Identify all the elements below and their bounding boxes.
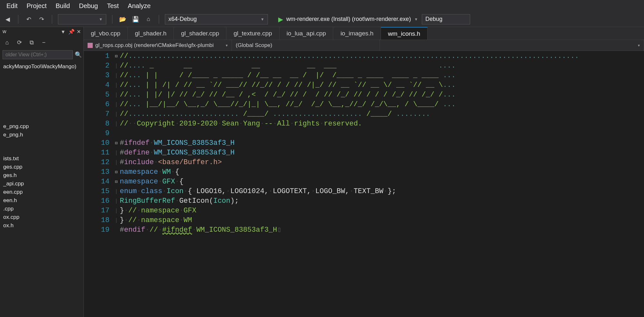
file-tab[interactable]: gl_vbo.cpp: [84, 27, 128, 40]
file-tree: ackyMangoToo\WackyMango) e_png.cpp e_png…: [0, 61, 83, 232]
menu-debug[interactable]: Debug: [79, 2, 98, 10]
chevron-down-icon: ▾: [226, 43, 228, 48]
divider: [159, 15, 159, 24]
toolbar: ◀ ↶ ↷ ▼ 📂 💾 ⌂ x64-Debug ▼ ▶ wm-renderer.…: [0, 12, 644, 27]
tree-item[interactable]: een.h: [0, 196, 83, 205]
tree-item[interactable]: een.cpp: [0, 188, 83, 196]
divider: [18, 15, 18, 24]
file-tab[interactable]: gl_shader.h: [128, 27, 174, 40]
run-config-dropdown[interactable]: Debug: [422, 14, 470, 24]
run-config-label: Debug: [425, 16, 442, 23]
panel-header: w ▼ 📌 ✕: [0, 27, 83, 36]
file-tabs: gl_vbo.cpp gl_shader.h gl_shader.cpp gl_…: [84, 27, 644, 40]
platform-dropdown[interactable]: x64-Debug ▼: [165, 14, 268, 24]
menubar: Edit Project Build Debug Test Analyze: [0, 0, 644, 12]
solution-explorer: w ▼ 📌 ✕ ⌂ ⟳ ⧉ − 🔍 ackyMangoToo\WackyMang…: [0, 27, 84, 317]
nav-member-dropdown[interactable]: ▾: [380, 40, 644, 51]
fold-column[interactable]: [113, 51, 120, 317]
tree-item[interactable]: ox.cpp: [0, 213, 83, 221]
file-tab[interactable]: gl_shader.cpp: [174, 27, 226, 40]
main: w ▼ 📌 ✕ ⌂ ⟳ ⧉ − 🔍 ackyMangoToo\WackyMang…: [0, 27, 644, 317]
copy-icon[interactable]: ⧉: [27, 38, 36, 47]
file-tab[interactable]: io_lua_api.cpp: [279, 27, 334, 40]
menu-build[interactable]: Build: [56, 2, 70, 10]
project-icon: [88, 43, 93, 48]
nav-bar: gl_rops.cpp.obj (renderer\CMakeFiles\gfx…: [84, 40, 644, 51]
collapse-icon[interactable]: −: [39, 38, 48, 47]
nav-project-dropdown[interactable]: gl_rops.cpp.obj (renderer\CMakeFiles\gfx…: [84, 40, 232, 51]
tree-item[interactable]: _api.cpp: [0, 180, 83, 188]
file-tab[interactable]: gl_texture.cpp: [226, 27, 279, 40]
chevron-down-icon: ▼: [414, 17, 418, 22]
search-input[interactable]: [3, 50, 73, 59]
nav-project-label: gl_rops.cpp.obj (renderer\CMakeFiles\gfx…: [95, 42, 214, 49]
run-target-label: wm-renderer.exe (Install) (root\wm-rende…: [286, 16, 411, 23]
menu-analyze[interactable]: Analyze: [128, 2, 151, 10]
panel-title: w: [3, 29, 6, 34]
file-tab-active[interactable]: wm_icons.h: [381, 27, 428, 40]
tree-root[interactable]: ackyMangoToo\WackyMango): [0, 62, 83, 71]
search-icon[interactable]: 🔍: [75, 51, 82, 58]
divider: [112, 15, 112, 24]
code-editor[interactable]: 12345678910111213141516171819 //........…: [84, 51, 644, 317]
line-gutter: 12345678910111213141516171819: [84, 51, 113, 317]
play-icon: ▶: [278, 15, 283, 23]
menu-test[interactable]: Test: [107, 2, 119, 10]
code-lines[interactable]: //......................................…: [120, 51, 644, 317]
save-all-icon[interactable]: 💾: [131, 15, 140, 24]
tree-item[interactable]: ges.cpp: [0, 163, 83, 171]
chevron-down-icon[interactable]: ▼: [60, 28, 66, 35]
tree-item[interactable]: ges.h: [0, 171, 83, 180]
menu-edit[interactable]: Edit: [6, 2, 17, 10]
pin-icon[interactable]: 📌: [68, 29, 75, 35]
divider: [52, 15, 52, 24]
redo-icon[interactable]: ↷: [37, 15, 46, 24]
tree-item[interactable]: ists.txt: [0, 154, 83, 163]
panel-toolbar: ⌂ ⟳ ⧉ −: [0, 36, 83, 49]
file-tab[interactable]: io_images.h: [333, 27, 381, 40]
open-folder-icon[interactable]: 📂: [118, 15, 127, 24]
chevron-down-icon: ▾: [638, 43, 640, 48]
nav-scope-label: (Global Scope): [236, 42, 272, 49]
tree-item[interactable]: .cpp: [0, 205, 83, 213]
undo-icon[interactable]: ↶: [24, 15, 33, 24]
home-icon[interactable]: ⌂: [3, 38, 12, 47]
chevron-down-icon: ▼: [99, 17, 103, 22]
tree-item[interactable]: e_png.h: [0, 131, 83, 139]
chevron-down-icon: ▼: [260, 17, 264, 22]
menu-project[interactable]: Project: [26, 2, 46, 10]
tree-item[interactable]: ox.h: [0, 221, 83, 230]
run-target[interactable]: ▶ wm-renderer.exe (Install) (root\wm-ren…: [278, 15, 418, 23]
editor-area: gl_vbo.cpp gl_shader.h gl_shader.cpp gl_…: [84, 27, 644, 317]
home-icon[interactable]: ⌂: [144, 15, 153, 24]
nav-scope-dropdown[interactable]: (Global Scope): [232, 40, 380, 51]
sync-icon[interactable]: ⟳: [15, 38, 24, 47]
close-icon[interactable]: ✕: [77, 29, 81, 35]
tree-item[interactable]: e_png.cpp: [0, 122, 83, 131]
platform-label: x64-Debug: [168, 16, 197, 23]
back-icon[interactable]: ◀: [3, 15, 12, 24]
config-dropdown[interactable]: ▼: [58, 14, 106, 24]
search-row: 🔍: [0, 49, 83, 61]
